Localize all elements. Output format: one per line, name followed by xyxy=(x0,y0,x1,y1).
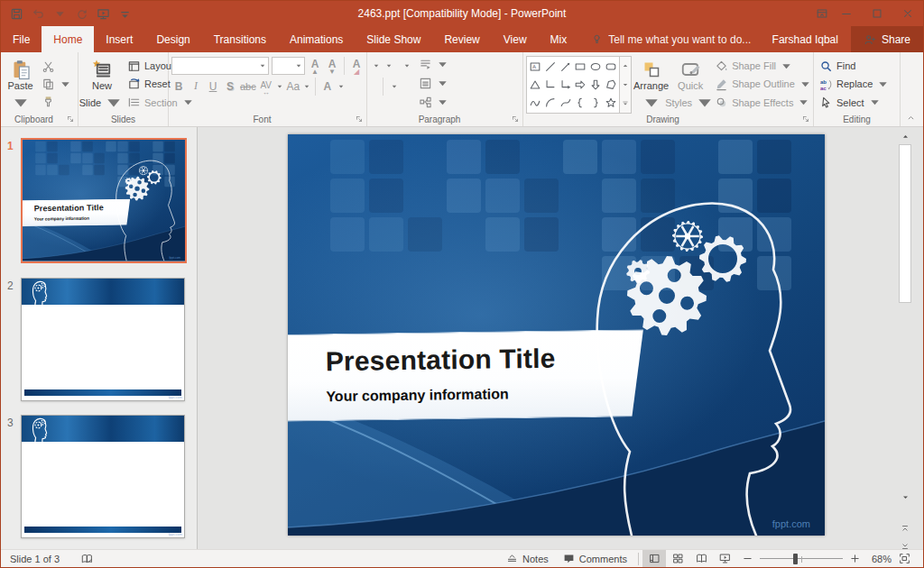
scroll-down-icon[interactable] xyxy=(898,490,912,504)
notes-button[interactable]: Notes xyxy=(499,550,556,567)
copy-button[interactable] xyxy=(39,75,75,93)
tab-review[interactable]: Review xyxy=(432,26,491,52)
font-size-combo[interactable] xyxy=(272,57,305,75)
shape-rounded-rectangle-icon[interactable] xyxy=(603,58,618,76)
convert-smartart-button[interactable] xyxy=(416,93,452,111)
customize-qat-icon[interactable] xyxy=(118,7,132,21)
minimize-button[interactable] xyxy=(831,1,862,26)
arrange-button[interactable]: Arrange xyxy=(633,55,669,112)
shape-arc-icon[interactable] xyxy=(543,94,559,112)
text-direction-button[interactable] xyxy=(416,55,452,73)
bold-button[interactable]: B xyxy=(171,80,186,93)
quick-styles-button[interactable]: Quick Styles xyxy=(670,55,710,112)
shape-elbow-connector-icon[interactable] xyxy=(543,76,559,94)
repeat-icon[interactable] xyxy=(75,7,88,21)
numbering-dropdown-icon[interactable] xyxy=(385,62,393,69)
find-button[interactable]: Find xyxy=(817,57,892,75)
slide-thumbnail-2[interactable]: fppt.com xyxy=(21,278,185,401)
slideshow-view-button[interactable] xyxy=(713,550,736,567)
scroll-up-icon[interactable] xyxy=(898,129,912,143)
shape-arrow-icon[interactable] xyxy=(558,58,573,76)
shape-right-brace-icon[interactable] xyxy=(588,94,604,112)
zoom-slider-thumb[interactable] xyxy=(793,554,798,564)
previous-slide-icon[interactable] xyxy=(898,521,912,536)
tab-transitions[interactable]: Transitions xyxy=(202,26,278,52)
tab-insert[interactable]: Insert xyxy=(94,26,144,52)
zoom-percentage[interactable]: 68% xyxy=(866,554,892,564)
start-slideshow-icon[interactable] xyxy=(97,7,110,21)
tab-mix[interactable]: Mix xyxy=(539,26,579,52)
zoom-in-icon[interactable] xyxy=(849,553,861,564)
shape-fill-button[interactable]: Shape Fill xyxy=(712,57,815,75)
cut-button[interactable] xyxy=(39,57,75,75)
shape-outline-button[interactable]: Shape Outline xyxy=(712,75,815,93)
tab-design[interactable]: Design xyxy=(144,26,201,52)
shape-freeform-icon[interactable] xyxy=(603,76,618,94)
shape-left-brace-icon[interactable] xyxy=(573,94,588,112)
shrink-font-button[interactable]: A▼ xyxy=(325,58,339,74)
slide-editor[interactable]: Presentation Title Your company informat… xyxy=(23,140,185,261)
format-painter-button[interactable] xyxy=(39,94,75,112)
shape-scribble-icon[interactable] xyxy=(528,94,543,112)
vertical-scrollbar[interactable] xyxy=(898,129,912,518)
spell-check-button[interactable] xyxy=(74,550,100,567)
shape-textbox-icon[interactable]: A xyxy=(528,58,543,76)
slide-indicator[interactable]: Slide 1 of 3 xyxy=(10,554,60,564)
strikethrough-button[interactable]: abc xyxy=(240,80,256,93)
change-case-dropdown-icon[interactable] xyxy=(303,83,310,90)
clear-formatting-button[interactable]: A◢ xyxy=(349,58,364,74)
shape-line-icon[interactable] xyxy=(543,58,559,76)
columns-dropdown-icon[interactable] xyxy=(391,83,398,90)
slide-thumbnail-3[interactable]: fppt.com xyxy=(21,415,185,538)
save-icon[interactable] xyxy=(10,7,23,21)
shape-curve-icon[interactable] xyxy=(558,94,573,112)
slide-canvas[interactable]: Presentation Title Your company informat… xyxy=(198,127,923,549)
shapes-scroll-up-icon[interactable] xyxy=(620,57,631,76)
tell-me-box[interactable]: Tell me what you want to do... xyxy=(591,26,751,52)
zoom-out-icon[interactable] xyxy=(742,553,753,564)
shape-star-icon[interactable] xyxy=(603,94,618,112)
zoom-slider[interactable] xyxy=(760,553,843,565)
slide-thumbnail-1[interactable]: Presentation Title Your company informat… xyxy=(21,138,187,263)
scrollbar-thumb[interactable] xyxy=(899,144,911,303)
paste-dropdown-icon[interactable] xyxy=(10,92,32,114)
undo-dropdown-icon[interactable] xyxy=(53,7,67,21)
underline-button[interactable]: U xyxy=(206,80,220,93)
font-dialog-launcher-icon[interactable] xyxy=(355,115,364,124)
comments-button[interactable]: Comments xyxy=(556,550,634,567)
character-spacing-button[interactable]: AV↔ xyxy=(259,78,273,95)
slide-sorter-view-button[interactable] xyxy=(666,550,689,567)
shape-triangle-icon[interactable] xyxy=(528,76,543,94)
text-shadow-button[interactable]: S xyxy=(223,80,237,93)
grow-font-button[interactable]: A▲ xyxy=(308,58,322,74)
shapes-more-icon[interactable] xyxy=(620,94,631,113)
tab-animations[interactable]: Animations xyxy=(278,26,355,52)
reading-view-button[interactable] xyxy=(689,550,713,567)
clipboard-dialog-launcher-icon[interactable] xyxy=(66,115,75,124)
shapes-scroll-down-icon[interactable] xyxy=(620,76,631,95)
tab-file[interactable]: File xyxy=(1,26,42,52)
slide-editor[interactable]: Presentation Title Your company informat… xyxy=(288,134,825,536)
undo-icon[interactable] xyxy=(32,7,45,21)
paragraph-dialog-launcher-icon[interactable] xyxy=(511,115,520,124)
shape-oval-icon[interactable] xyxy=(588,58,604,76)
tab-slideshow[interactable]: Slide Show xyxy=(355,26,432,52)
italic-button[interactable]: I xyxy=(189,79,203,93)
shape-down-arrow-icon[interactable] xyxy=(588,76,604,94)
normal-view-button[interactable] xyxy=(642,550,666,567)
next-slide-icon[interactable] xyxy=(898,539,912,554)
shape-effects-button[interactable]: Shape Effects xyxy=(712,94,815,112)
bullets-dropdown-icon[interactable] xyxy=(373,62,380,69)
font-name-combo[interactable] xyxy=(171,57,269,75)
ribbon-display-options-button[interactable] xyxy=(800,1,831,26)
paste-button[interactable]: Paste xyxy=(4,55,37,112)
shape-right-arrow-icon[interactable] xyxy=(573,76,588,94)
font-color-dropdown-icon[interactable] xyxy=(337,83,345,90)
replace-button[interactable]: abacReplace xyxy=(817,75,892,93)
change-case-button[interactable]: Aa xyxy=(286,80,300,93)
font-color-button[interactable]: A xyxy=(320,80,335,93)
line-spacing-dropdown-icon[interactable] xyxy=(403,62,411,69)
select-button[interactable]: Select xyxy=(817,94,892,112)
close-button[interactable] xyxy=(892,1,923,26)
tab-home[interactable]: Home xyxy=(42,26,94,52)
